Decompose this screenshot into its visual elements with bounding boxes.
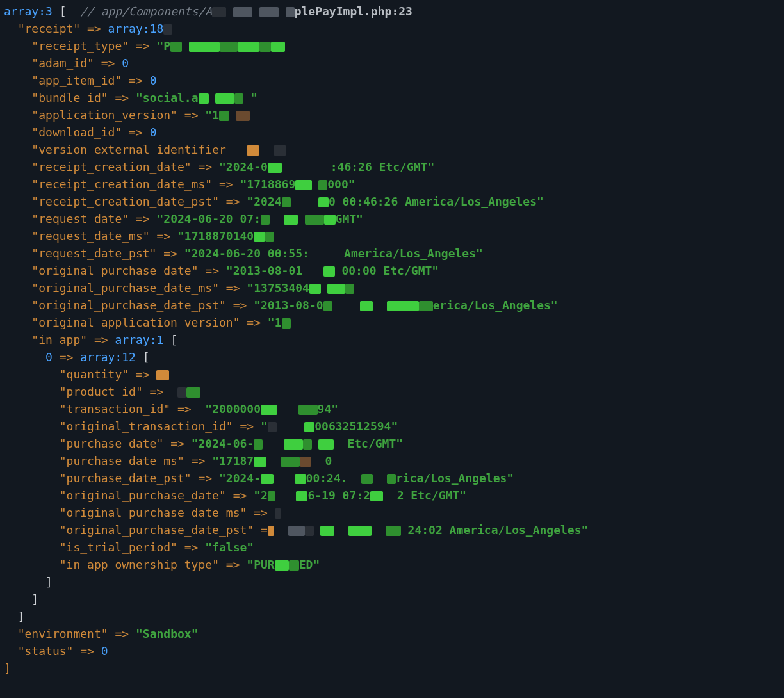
key-adam-id: "adam_id" bbox=[31, 56, 94, 70]
key-inapp-original-purchase-date-ms: "original_purchase_date_ms" bbox=[60, 506, 247, 519]
key-quantity: "quantity" bbox=[60, 368, 129, 381]
key-app-item-id: "app_item_id" bbox=[31, 74, 122, 87]
key-in-app: "in_app" bbox=[31, 333, 87, 346]
key-product-id: "product_id" bbox=[60, 385, 143, 398]
key-environment: "environment" bbox=[18, 627, 108, 640]
key-receipt-creation-date-pst: "receipt_creation_date_pst" bbox=[31, 195, 219, 208]
key-version-external-identifier: "version_external_identifier bbox=[31, 143, 225, 156]
source-comment: // app/Components/A bbox=[80, 4, 212, 18]
key-receipt-creation-date: "receipt_creation_date" bbox=[31, 160, 191, 174]
key-download-id: "download_id" bbox=[31, 126, 122, 139]
key-status: "status" bbox=[18, 644, 74, 658]
key-purchase-date: "purchase_date" bbox=[60, 437, 164, 450]
key-original-transaction-id: "original_transaction_id" bbox=[60, 419, 233, 433]
key-request-date: "request_date" bbox=[31, 212, 129, 225]
key-application-version: "application_version" bbox=[31, 108, 177, 122]
key-request-date-ms: "request_date_ms" bbox=[31, 229, 149, 243]
key-purchase-date-pst: "purchase_date_pst" bbox=[60, 471, 192, 485]
key-original-application-version: "original_application_version" bbox=[31, 316, 240, 329]
key-receipt-creation-date-ms: "receipt_creation_date_ms" bbox=[31, 177, 212, 191]
key-original-purchase-date: "original_purchase_date" bbox=[31, 264, 198, 277]
debug-dump-output: array:3 [ // app/Components/A plePayImpl… bbox=[0, 0, 784, 681]
key-is-trial-period: "is_trial_period" bbox=[60, 540, 177, 554]
key-original-purchase-date-pst: "original_purchase_date_pst" bbox=[31, 298, 225, 312]
key-receipt: "receipt" bbox=[18, 22, 81, 35]
key-inapp-original-purchase-date-pst: "original_purchase_date_pst" bbox=[60, 523, 254, 537]
key-transaction-id: "transaction_id" bbox=[60, 402, 170, 416]
key-receipt-type: "receipt_type" bbox=[31, 39, 129, 53]
key-request-date-pst: "request_date_pst" bbox=[31, 247, 156, 260]
array-keyword: array:3 bbox=[4, 4, 53, 18]
key-original-purchase-date-ms: "original_purchase_date_ms" bbox=[31, 281, 219, 295]
key-inapp-original-purchase-date: "original_purchase_date" bbox=[60, 489, 226, 502]
key-in-app-ownership-type: "in_app_ownership_type" bbox=[60, 558, 219, 571]
key-purchase-date-ms: "purchase_date_ms" bbox=[60, 454, 184, 467]
key-bundle-id: "bundle_id" bbox=[31, 91, 108, 104]
